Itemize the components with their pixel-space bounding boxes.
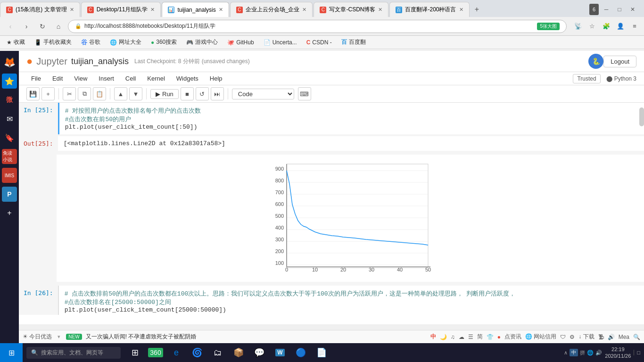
home-button[interactable]: ⌂ [52,20,65,33]
news-icon-sound[interactable]: 🔊 [608,334,615,340]
taskbar-app-360[interactable]: 360 [147,344,164,361]
news-icon-site-credit[interactable]: 🌐 网站信用 [525,333,556,341]
menu-insert[interactable]: Insert [94,73,119,84]
tab-2-close[interactable]: ✕ [150,7,155,13]
news-icon-search[interactable]: 🔍 [633,334,640,340]
add-cell-button[interactable]: + [41,87,55,100]
sidebar-icon-star[interactable]: ⭐ [2,74,17,89]
taskbar-app-explorer[interactable]: 🗂 [209,344,226,361]
sidebar-icon-novel[interactable]: 免读小说 [2,149,17,164]
taskbar-show-desktop[interactable]: □ [634,350,640,355]
copy-button[interactable]: ⧉ [78,87,91,100]
news-icon-moon[interactable]: 🌙 [440,334,447,340]
tab-1[interactable]: C (15条消息) 文章管理 ✕ [0,2,80,17]
paste-button[interactable]: 📋 [93,87,106,100]
bookmark-uncerta[interactable]: 📄 Uncerta... [261,38,300,47]
minimize-button[interactable]: ─ [601,4,612,15]
taskbar-lang-icon[interactable]: 中 [570,349,578,356]
restart-button[interactable]: ↺ [196,87,209,100]
move-up-button[interactable]: ▲ [114,87,127,100]
run-button[interactable]: ▶ Run [150,89,179,99]
bookmark-360[interactable]: ● 360搜索 [148,37,180,47]
news-dropdown-arrow[interactable]: ▾ [58,334,60,340]
start-button[interactable]: ⊞ [0,343,23,362]
restart-run-button[interactable]: ⏭ [211,87,224,100]
logout-button[interactable]: Logout [603,56,636,67]
taskbar-time[interactable]: 22:19 2020/11/26 [605,346,631,360]
bookmark-baidu-translate[interactable]: 百 百度翻 [339,37,369,47]
address-input[interactable]: 🔒 http://localhost:8888/notebooks/Deskto… [68,20,567,33]
extensions-icon[interactable]: 🧩 [601,21,612,32]
taskbar-network-icon[interactable]: 🌐 [587,350,594,356]
tab-6-close[interactable]: ✕ [459,7,463,13]
user-avatar[interactable]: 🐍 [588,54,603,69]
notebook-area[interactable]: In [25]: # 对按照用户的点击次数排名每个用户的点击次数 #点击次数在前… [19,103,644,315]
cell-type-select[interactable]: Code Markdown Raw NBConvert [232,89,294,99]
close-button[interactable]: ✕ [627,4,638,15]
bookmark-google[interactable]: 谷 谷歌 [78,37,103,48]
sidebar-icon-p[interactable]: P [2,187,17,202]
maximize-button[interactable]: □ [614,4,625,15]
cut-button[interactable]: ✂ [63,87,76,100]
tab-5-close[interactable]: ✕ [378,7,382,13]
news-icon-cloud[interactable]: ☁ [459,334,464,340]
news-icon-download[interactable]: ↓ 下载 [578,333,594,341]
menu-widgets[interactable]: Widgets [172,73,203,84]
sidebar-icon-add[interactable]: + [2,206,17,221]
tab-count-badge[interactable]: 6 [589,4,599,15]
stop-button[interactable]: ■ [181,87,194,100]
tab-2[interactable]: C Desktop/11月组队学 ✕ [81,2,161,17]
bookmark-github[interactable]: 🐙 GitHub [224,38,256,47]
bookmark-icon[interactable]: ☆ [586,21,598,32]
tab-4[interactable]: C 企业上云分会场_企业 ✕ [230,2,313,17]
save-button[interactable]: 💾 [26,87,40,100]
taskbar-ime-icon[interactable]: 拼 [580,349,585,356]
taskbar-app-word[interactable]: W [272,344,289,361]
news-icon-zip[interactable]: 🗜 [598,334,604,340]
taskbar-app-jupyter[interactable]: 🔵 [292,344,309,361]
taskbar-search[interactable]: 🔍 搜索应用、文档、网页等 [26,347,121,359]
menu-kernel[interactable]: Kernel [142,73,170,84]
news-icon-dot[interactable]: ● [497,334,501,340]
settings-icon[interactable]: ≡ [629,21,640,32]
news-icon-jian[interactable]: 简 [477,333,483,341]
tab-6[interactable]: 百 百度翻译-200种语言 ✕ [389,2,469,17]
taskbar-arrow-icon[interactable]: ∧ [564,350,568,356]
taskbar-app-multitasking[interactable]: ⊞ [126,344,143,361]
taskbar-volume-icon[interactable]: 🔊 [595,350,602,356]
back-button[interactable]: ‹ [4,20,17,33]
notebook-name[interactable]: tuijian_analysis [71,57,129,66]
tab-5[interactable]: C 写文章-CSDN博客 ✕ [314,2,388,17]
news-icon-music[interactable]: ♫ [451,334,455,340]
vertical-scrollbar[interactable] [639,103,644,315]
scroll-thumb[interactable] [639,107,644,126]
menu-edit[interactable]: Edit [48,73,67,84]
news-icon-menu[interactable]: ☰ [468,334,473,340]
news-icon-shirt[interactable]: 👕 [487,334,494,340]
news-icon-zixun[interactable]: 点资讯 [504,333,521,341]
news-icon-shield[interactable]: 🛡 [560,334,566,340]
forward-button[interactable]: › [20,20,33,33]
sidebar-icon-mail[interactable]: ✉ [2,111,17,126]
news-icon-settings[interactable]: ⚙ [570,334,575,340]
tab-4-close[interactable]: ✕ [302,7,306,13]
sidebar-icon-bookmark[interactable]: 🔖 [2,130,17,145]
keyboard-shortcuts-button[interactable]: ⌨ [298,87,311,100]
taskbar-app-pkg[interactable]: 📦 [230,344,247,361]
sidebar-icon-game[interactable]: IMIS [2,168,17,183]
news-icon-mea[interactable]: Mea [619,334,629,340]
bookmark-mobile[interactable]: 📱 手机收藏夹 [32,37,74,47]
bookmark-nav[interactable]: 🌐 网址大全 [107,37,144,47]
refresh-button[interactable]: ↻ [36,20,49,33]
news-icon-zh[interactable]: 中 [430,333,436,341]
sidebar-icon-weibo[interactable]: 微 [2,92,17,107]
menu-view[interactable]: View [69,73,92,84]
cast-icon[interactable]: 📡 [572,21,584,32]
taskbar-app-pdf[interactable]: 📄 [313,344,330,361]
menu-cell[interactable]: Cell [121,73,140,84]
new-tab-button[interactable]: + [471,3,484,16]
menu-file[interactable]: File [26,73,46,84]
tab-1-close[interactable]: ✕ [70,7,74,13]
code-cell-26[interactable]: # 点击次数排前50的用户的点击次数都在100次以上。思路：我们可以定义点击次数… [58,286,644,315]
code-cell-25[interactable]: # 对按照用户的点击次数排名每个用户的点击次数 #点击次数在前50的用户 plt… [58,103,644,134]
